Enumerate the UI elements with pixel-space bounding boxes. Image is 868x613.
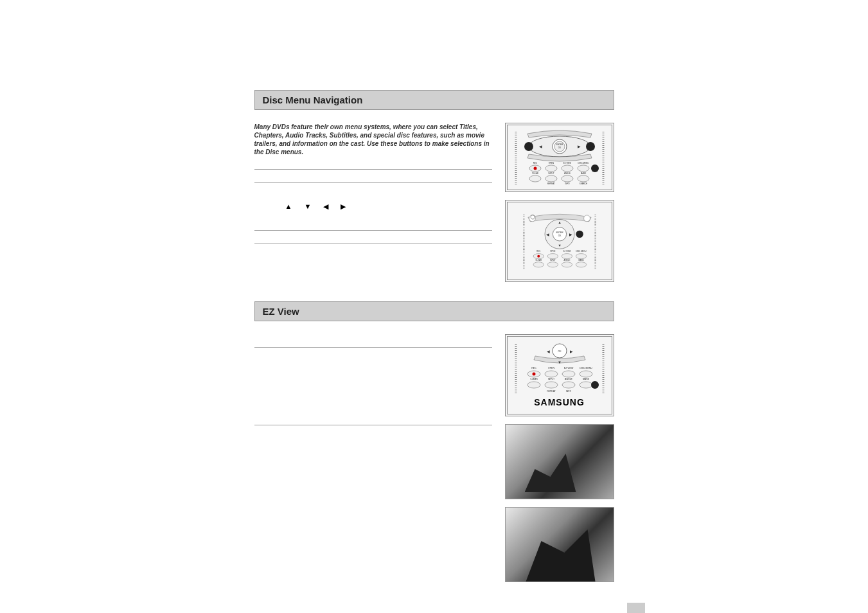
svg-point-1 (524, 142, 533, 151)
divider (254, 347, 492, 348)
svg-text:DISC MENU: DISC MENU (576, 250, 586, 253)
svg-text:INPUT: INPUT (547, 378, 554, 380)
manual-page: Disc Menu Navigation Many DVDs feature t… (254, 90, 614, 613)
svg-text:▼: ▼ (558, 244, 562, 247)
svg-point-42 (537, 255, 540, 258)
svg-point-23 (578, 175, 589, 182)
svg-text:CLEAR: CLEAR (531, 172, 538, 175)
section-header-ez-view: EZ View (254, 301, 614, 321)
svg-text:▼: ▼ (558, 360, 562, 364)
svg-point-76 (545, 382, 558, 388)
divider (254, 230, 492, 231)
svg-point-46 (562, 254, 572, 259)
svg-text:INFO: INFO (565, 182, 570, 185)
svg-text:REC: REC (531, 367, 536, 369)
svg-point-54 (562, 262, 572, 267)
svg-point-19 (545, 175, 557, 182)
arrow-buttons-label: ▲ ▼ ◀ ▶ (254, 196, 492, 217)
svg-text:ENTER: ENTER (556, 231, 563, 234)
svg-point-56 (576, 262, 586, 267)
svg-point-72 (580, 371, 592, 377)
svg-text:◀: ◀ (546, 233, 549, 236)
svg-text:▶: ▶ (569, 233, 572, 236)
svg-point-8 (533, 167, 536, 170)
disc-menu-content: Many DVDs feature their own menu systems… (254, 123, 614, 282)
svg-text:OPEN: OPEN (550, 250, 555, 253)
remote-illustration-1: ENTER OK ◀ ▶ REC OPEN EZ VI (505, 123, 614, 192)
page-number-box (627, 603, 645, 613)
svg-text:MARK: MARK (580, 172, 586, 175)
divider (254, 244, 492, 244)
left-column: Many DVDs feature their own menu systems… (254, 123, 492, 282)
svg-text:OK: OK (558, 235, 562, 237)
svg-point-16 (591, 164, 599, 172)
svg-text:◀: ◀ (546, 350, 549, 353)
svg-point-82 (591, 381, 599, 389)
svg-point-21 (562, 175, 573, 182)
spacer (254, 360, 492, 412)
divider (254, 169, 492, 170)
svg-text:DISC MENU: DISC MENU (578, 162, 589, 164)
svg-point-66 (532, 373, 535, 376)
svg-text:ANGLE: ANGLE (563, 259, 570, 262)
svg-text:INFO: INFO (565, 390, 571, 393)
right-column: OK ◀ ▶ ▼ REC OPEN EZ VIEW DISC MENU (505, 334, 614, 613)
section-title: Disc Menu Navigation (263, 94, 363, 105)
svg-text:OK: OK (558, 350, 562, 353)
example-photo-fullscreen (505, 507, 614, 582)
svg-text:OPEN: OPEN (548, 162, 554, 164)
right-column: ENTER OK ◀ ▶ REC OPEN EZ VI (505, 123, 614, 282)
svg-point-44 (547, 254, 558, 259)
svg-point-2 (586, 142, 595, 151)
svg-text:▶: ▶ (569, 350, 572, 353)
intro-paragraph: Many DVDs feature their own menu systems… (254, 123, 492, 156)
svg-text:CLEAR: CLEAR (530, 378, 538, 380)
example-photo-widescreen (505, 424, 614, 499)
svg-text:ANGLE: ANGLE (563, 172, 570, 175)
remote-svg-2: ENTER OK ▲ ▼ ◀ ▶ REC OPEN EZ (515, 212, 605, 270)
remote-svg-3: OK ◀ ▶ ▼ REC OPEN EZ VIEW DISC MENU (515, 343, 605, 395)
ez-view-content: OK ◀ ▶ ▼ REC OPEN EZ VIEW DISC MENU (254, 334, 614, 613)
svg-point-48 (576, 254, 586, 259)
svg-point-17 (529, 175, 541, 182)
divider (254, 425, 492, 425)
svg-text:MARK: MARK (582, 378, 589, 380)
samsung-brand-label: SAMSUNG (534, 397, 585, 407)
svg-point-14 (578, 165, 589, 172)
svg-text:ANGLE: ANGLE (565, 378, 573, 380)
divider (254, 182, 492, 183)
svg-point-52 (547, 262, 558, 267)
svg-point-80 (580, 382, 592, 388)
svg-text:▶: ▶ (577, 145, 580, 148)
svg-text:REPEAT: REPEAT (547, 390, 556, 393)
svg-text:EZ VIEW: EZ VIEW (563, 162, 571, 164)
svg-text:EZ VIEW: EZ VIEW (563, 367, 573, 369)
section-header-disc-menu: Disc Menu Navigation (254, 90, 614, 110)
ok-label: OK (558, 147, 560, 149)
svg-text:MARK: MARK (578, 259, 583, 262)
svg-point-12 (562, 165, 573, 172)
svg-text:DISC MENU: DISC MENU (580, 367, 592, 369)
svg-text:▲: ▲ (558, 220, 562, 224)
svg-point-68 (545, 371, 558, 377)
svg-text:◀: ◀ (538, 145, 542, 148)
svg-point-78 (562, 382, 575, 388)
svg-text:INPUT: INPUT (548, 172, 554, 175)
svg-point-74 (527, 382, 540, 388)
svg-point-10 (545, 165, 557, 172)
svg-point-70 (562, 371, 575, 377)
svg-text:REPEAT: REPEAT (547, 182, 555, 185)
svg-text:INPUT: INPUT (550, 259, 556, 262)
remote-illustration-2: ENTER OK ▲ ▼ ◀ ▶ REC OPEN EZ (505, 200, 614, 282)
svg-text:CLEAR: CLEAR (535, 259, 542, 262)
enter-label: ENTER (556, 143, 563, 146)
svg-text:EZ VIEW: EZ VIEW (563, 250, 571, 253)
section-title: EZ View (263, 306, 299, 317)
remote-svg-1: ENTER OK ◀ ▶ REC OPEN EZ VI (515, 129, 605, 186)
left-column (254, 334, 492, 613)
svg-text:REC: REC (536, 250, 540, 253)
svg-point-31 (583, 215, 590, 222)
svg-point-50 (533, 262, 544, 267)
svg-text:SEARCH: SEARCH (579, 182, 587, 185)
remote-illustration-samsung: OK ◀ ▶ ▼ REC OPEN EZ VIEW DISC MENU (505, 334, 614, 416)
